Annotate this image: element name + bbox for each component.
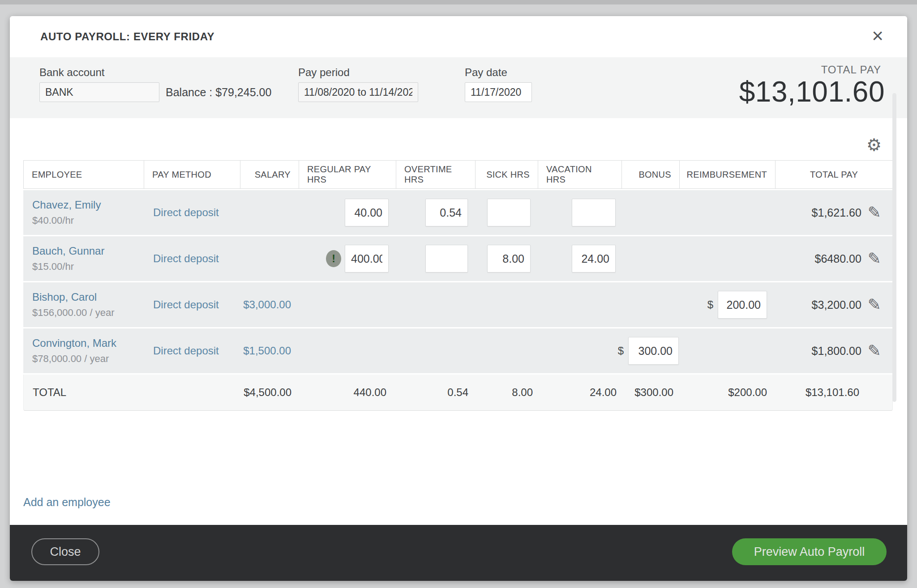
- gear-icon[interactable]: ⚙: [864, 135, 884, 155]
- employee-cell: Chavez, Emily$40.00/hr: [23, 190, 144, 235]
- regular-cell: !: [299, 236, 396, 281]
- employee-name-link[interactable]: Bishop, Carol: [32, 291, 97, 303]
- bonus-cell: $: [622, 328, 680, 373]
- employee-name-link[interactable]: Convington, Mark: [32, 337, 116, 349]
- overtime-cell: [396, 282, 476, 327]
- bank-account-input[interactable]: [39, 82, 159, 102]
- vacation-cell: [538, 236, 622, 281]
- payroll-summary-band: Bank account Balance : $79,245.00 Pay pe…: [10, 57, 907, 118]
- regular-input[interactable]: [345, 245, 389, 273]
- totals-bonus: $300.00: [622, 375, 680, 410]
- vacation-cell: [538, 282, 622, 327]
- totals-overtime: 0.54: [397, 375, 476, 410]
- bonus-cell: [622, 190, 680, 235]
- column-header-salary: SALARY: [240, 161, 299, 188]
- add-employee-link[interactable]: Add an employee: [23, 496, 111, 509]
- table-header-row: EMPLOYEEPAY METHODSALARYREGULAR PAY HRSO…: [23, 160, 893, 189]
- column-header-pay_method: PAY METHOD: [144, 161, 240, 188]
- bonus-input[interactable]: [628, 337, 679, 365]
- reimbursement-cell: [680, 236, 776, 281]
- column-header-employee: EMPLOYEE: [23, 161, 144, 188]
- salary-value: $1,500.00: [243, 345, 291, 357]
- regular-cell: [299, 328, 396, 373]
- vacation-cell: [538, 328, 622, 373]
- dollar-prefix: $: [707, 298, 713, 311]
- dialog-footer: Close Preview Auto Payroll: [10, 525, 907, 581]
- vertical-scrollbar[interactable]: [892, 93, 896, 402]
- sick-input[interactable]: [487, 245, 531, 273]
- column-header-vacation: VACATION HRS: [538, 161, 622, 188]
- pay-method-cell: Direct deposit: [144, 282, 240, 327]
- bank-account-label: Bank account: [39, 66, 104, 79]
- salary-cell: $3,000.00: [240, 282, 299, 327]
- overtime-input[interactable]: [425, 245, 468, 273]
- column-header-total: TOTAL PAY: [776, 161, 893, 188]
- close-button[interactable]: Close: [31, 538, 99, 565]
- reimbursement-input[interactable]: [718, 291, 767, 319]
- vacation-input[interactable]: [572, 199, 616, 226]
- employee-cell: Convington, Mark$78,000.00 / year: [23, 328, 144, 373]
- totals-vacation: 24.00: [539, 375, 622, 410]
- pay-method-cell: Direct deposit: [144, 190, 240, 235]
- totals-paymethod: [145, 375, 241, 410]
- table-row: Convington, Mark$78,000.00 / yearDirect …: [23, 328, 893, 373]
- column-header-overtime: OVERTIME HRS: [396, 161, 476, 188]
- employee-name-link[interactable]: Chavez, Emily: [32, 199, 101, 211]
- employee-rate: $40.00/hr: [32, 215, 74, 226]
- pay-period-input[interactable]: [298, 82, 418, 102]
- sick-input[interactable]: [487, 199, 531, 226]
- employee-name-link[interactable]: Bauch, Gunnar: [32, 245, 104, 257]
- overtime-cell: [396, 236, 476, 281]
- employee-cell: Bauch, Gunnar$15.00/hr: [23, 236, 144, 281]
- reimbursement-cell: [680, 328, 776, 373]
- overtime-input[interactable]: [425, 199, 468, 226]
- vacation-input[interactable]: [572, 245, 616, 273]
- table-row: Bishop, Carol$156,000.00 / yearDirect de…: [23, 282, 893, 327]
- sick-cell: [476, 282, 538, 327]
- column-header-bonus: BONUS: [622, 161, 680, 188]
- dialog-titlebar: AUTO PAYROLL: EVERY FRIDAY ×: [10, 16, 907, 57]
- salary-value: $3,000.00: [243, 298, 291, 311]
- column-header-sick: SICK HRS: [476, 161, 538, 188]
- sick-cell: [476, 190, 538, 235]
- pay-method-value: Direct deposit: [153, 345, 219, 357]
- bank-balance: Balance : $79,245.00: [166, 86, 271, 99]
- pay-period-label: Pay period: [298, 66, 350, 79]
- close-icon[interactable]: ×: [866, 24, 889, 47]
- sick-cell: [476, 328, 538, 373]
- table-totals-row: TOTAL$4,500.00440.000.548.0024.00$300.00…: [23, 375, 893, 411]
- sick-cell: [476, 236, 538, 281]
- table-row: Bauch, Gunnar$15.00/hrDirect deposit!$64…: [23, 236, 893, 281]
- regular-cell: [299, 190, 396, 235]
- salary-cell: [240, 190, 299, 235]
- employee-rate: $15.00/hr: [32, 261, 74, 273]
- preview-auto-payroll-button[interactable]: Preview Auto Payroll: [732, 538, 887, 565]
- column-header-reimbursement: REIMBURSEMENT: [680, 161, 776, 188]
- salary-cell: $1,500.00: [240, 328, 299, 373]
- regular-input[interactable]: [345, 199, 389, 226]
- employee-cell: Bishop, Carol$156,000.00 / year: [23, 282, 144, 327]
- dialog-title: AUTO PAYROLL: EVERY FRIDAY: [40, 30, 214, 43]
- total-pay-amount: $13,101.60: [739, 75, 885, 108]
- overtime-cell: [396, 328, 476, 373]
- pay-date-label: Pay date: [465, 66, 507, 79]
- row-total-amount: $1,621.60: [812, 206, 861, 219]
- total-pay-label: TOTAL PAY: [821, 64, 881, 76]
- row-total-cell: $1,800.00✎: [776, 328, 893, 373]
- edit-pencil-icon[interactable]: ✎: [868, 297, 881, 313]
- totals-reimbursement: $200.00: [680, 375, 776, 410]
- totals-label: TOTAL: [24, 375, 145, 410]
- bonus-cell: [622, 282, 680, 327]
- edit-pencil-icon[interactable]: ✎: [868, 251, 881, 267]
- pay-date-input[interactable]: [465, 82, 532, 102]
- row-total-amount: $6480.00: [815, 252, 861, 265]
- row-total-cell: $3,200.00✎: [776, 282, 893, 327]
- pay-method-value: Direct deposit: [153, 298, 219, 311]
- edit-pencil-icon[interactable]: ✎: [868, 205, 881, 221]
- edit-pencil-icon[interactable]: ✎: [868, 343, 881, 359]
- employee-rate: $78,000.00 / year: [32, 353, 109, 365]
- page-background-edge: [0, 0, 917, 4]
- column-header-regular: REGULAR PAY HRS: [299, 161, 396, 188]
- row-total-cell: $6480.00✎: [776, 236, 893, 281]
- pay-method-value: Direct deposit: [153, 206, 219, 219]
